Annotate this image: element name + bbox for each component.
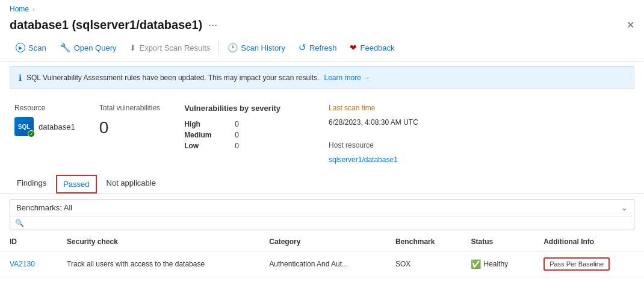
tab-findings[interactable]: Findings <box>10 174 54 193</box>
feedback-icon: ❤ <box>350 43 357 52</box>
page-title: database1 (sqlserver1/database1) <box>10 18 202 32</box>
toolbar: ▶ Scan 🔧 Open Query ⬇ Export Scan Result… <box>0 37 644 61</box>
open-query-icon: 🔧 <box>60 42 71 53</box>
info-icon: ℹ <box>19 73 22 83</box>
breadcrumb-home[interactable]: Home <box>10 5 29 13</box>
search-icon: 🔍 <box>15 219 24 227</box>
severity-group: High 0 Medium 0 Low 0 <box>184 120 280 150</box>
cell-id[interactable]: VA2130 <box>0 251 57 277</box>
open-query-button[interactable]: 🔧 Open Query <box>54 39 123 56</box>
cell-security-check: Track all users with access to the datab… <box>57 251 259 277</box>
learn-more-link[interactable]: Learn more → <box>324 74 370 82</box>
col-header-category: Category <box>259 233 386 251</box>
total-vuln-value: 0 <box>99 118 160 137</box>
total-vuln-label: Total vulnerabilities <box>99 104 160 112</box>
benchmark-dropdown[interactable]: Benchmarks: All ⌄ <box>10 200 634 216</box>
chevron-down-icon: ⌄ <box>621 203 628 212</box>
benchmark-label: Benchmarks: All <box>16 203 72 212</box>
medium-value: 0 <box>235 131 239 139</box>
title-bar: database1 (sqlserver1/database1) ··· ✕ <box>0 16 644 37</box>
feedback-button[interactable]: ❤ Feedback <box>344 40 400 55</box>
high-vuln-row: High 0 <box>184 120 280 128</box>
info-text: SQL Vulnerability Assessment rules have … <box>26 74 319 82</box>
pass-per-baseline-badge: Pass Per Baseline <box>543 257 610 271</box>
cell-benchmark: SOX <box>386 251 461 277</box>
info-banner: ℹ SQL Vulnerability Assessment rules hav… <box>10 66 634 89</box>
breadcrumb: Home › <box>0 0 644 16</box>
medium-vuln-row: Medium 0 <box>184 131 280 139</box>
resource-name: database1 <box>39 122 75 131</box>
host-label: Host resource <box>329 141 437 149</box>
resource-item: SQL ✓ database1 <box>14 117 75 136</box>
high-value: 0 <box>235 120 239 128</box>
low-vuln-row: Low 0 <box>184 142 280 150</box>
table-row: VA2130 Track all users with access to th… <box>0 251 644 277</box>
refresh-icon: ↺ <box>299 42 306 53</box>
stats-section: Resource SQL ✓ database1 Total vulnerabi… <box>0 94 644 171</box>
table-header-row: ID Security check Category Benchmark Sta… <box>0 233 644 251</box>
results-table: ID Security check Category Benchmark Sta… <box>0 233 644 277</box>
cell-category: Authentication And Aut... <box>259 251 386 277</box>
toolbar-divider <box>218 42 219 54</box>
medium-label: Medium <box>184 131 220 139</box>
tab-not-applicable[interactable]: Not applicable <box>99 174 163 193</box>
host-value-link[interactable]: sqlserver1/database1 <box>329 156 437 164</box>
filter-bar: Benchmarks: All ⌄ 🔍 <box>10 199 634 230</box>
search-row: 🔍 <box>10 216 634 230</box>
low-value: 0 <box>235 142 239 150</box>
tabs-section: Findings Passed Not applicable <box>0 171 644 194</box>
col-header-id: ID <box>0 233 57 251</box>
low-label: Low <box>184 142 220 150</box>
scan-button[interactable]: ▶ Scan <box>10 40 52 55</box>
col-header-security-check: Security check <box>57 233 259 251</box>
scan-history-button[interactable]: 🕐 Scan History <box>221 40 291 55</box>
scan-icon: ▶ <box>16 43 25 52</box>
more-options-icon[interactable]: ··· <box>208 19 217 31</box>
col-header-benchmark: Benchmark <box>386 233 461 251</box>
refresh-button[interactable]: ↺ Refresh <box>293 39 343 56</box>
last-scan-label: Last scan time <box>329 104 437 112</box>
close-button[interactable]: ✕ <box>627 19 634 31</box>
export-button[interactable]: ⬇ Export Scan Results <box>123 40 216 55</box>
scan-time-stat: Last scan time 6/28/2023, 4:08:30 AM UTC… <box>329 104 437 164</box>
cell-status: ✅ Healthy <box>461 251 534 277</box>
severity-label: Vulnerabilities by severity <box>184 104 280 113</box>
col-header-status: Status <box>461 233 534 251</box>
sql-icon: SQL ✓ <box>14 117 34 136</box>
healthy-icon: ✅ <box>471 259 481 269</box>
resource-label: Resource <box>14 104 75 112</box>
severity-stat: Vulnerabilities by severity High 0 Mediu… <box>184 104 280 164</box>
tab-passed[interactable]: Passed <box>56 175 96 193</box>
last-scan-value: 6/28/2023, 4:08:30 AM UTC <box>329 118 437 127</box>
check-badge: ✓ <box>28 130 35 137</box>
col-header-additional-info: Additional Info <box>534 233 644 251</box>
total-vuln-stat: Total vulnerabilities 0 <box>99 104 160 164</box>
breadcrumb-separator: › <box>33 5 35 13</box>
high-label: High <box>184 120 220 128</box>
export-icon: ⬇ <box>129 43 136 52</box>
scan-history-icon: 🕐 <box>228 43 238 52</box>
search-input[interactable] <box>28 219 629 227</box>
resource-stat: Resource SQL ✓ database1 <box>14 104 75 164</box>
cell-additional-info: Pass Per Baseline <box>534 251 644 277</box>
